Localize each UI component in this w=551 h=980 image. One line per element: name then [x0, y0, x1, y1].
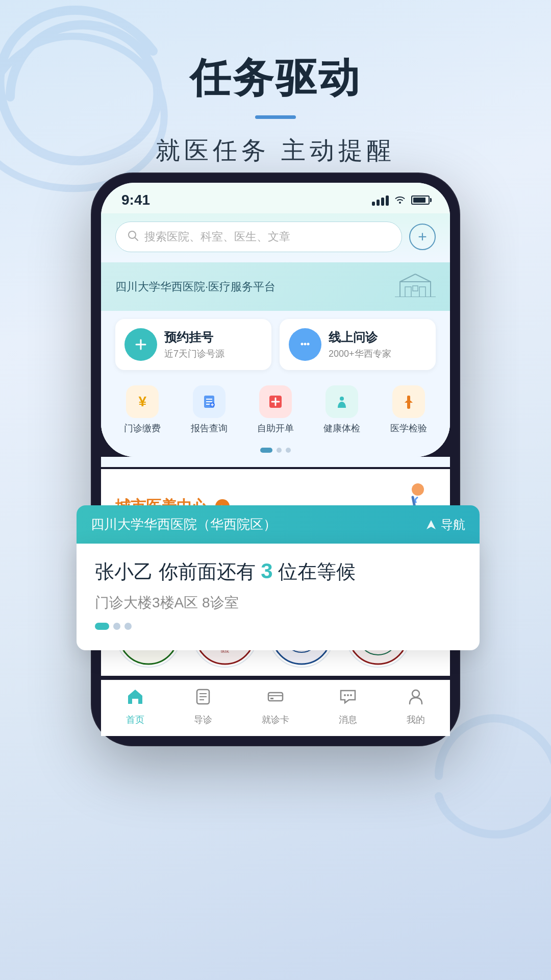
plus-icon: +: [418, 228, 427, 246]
nav-item-message[interactable]: 消息: [339, 688, 357, 726]
nav-item-mine[interactable]: 我的: [407, 688, 425, 726]
wifi-icon: [394, 194, 406, 206]
hospital-banner-name: 四川大学华西医院·医疗服务平台: [115, 279, 276, 295]
hospital-banner: 四川大学华西医院·医疗服务平台: [101, 262, 450, 311]
svg-point-60: [344, 694, 346, 696]
search-icon: [127, 230, 139, 244]
task-waiting-text: 张小乙 你前面还有 3 位在等候: [95, 559, 461, 585]
task-nav-button[interactable]: 导航: [425, 517, 465, 533]
task-card: 四川大学华西医院（华西院区） 导航 张小乙 你前面还有 3 位在等候 门诊大楼3…: [77, 505, 480, 650]
search-area: 搜索医院、科室、医生、文章 +: [101, 213, 450, 262]
quick-icon-health-check[interactable]: 健康体检: [323, 385, 360, 434]
svg-line-3: [400, 274, 415, 282]
service-cards: 预约挂号 近7天门诊号源 线上问诊 2000+华西专家: [101, 311, 450, 378]
status-icons: [372, 194, 430, 206]
health-check-icon: [325, 385, 358, 418]
phone-shell: 9:41: [92, 174, 459, 745]
nav-item-card[interactable]: 就诊卡: [262, 688, 289, 726]
page-subtitle: 就医任务 主动提醒: [0, 134, 551, 167]
quick-icon-report[interactable]: 报告查询: [191, 385, 228, 434]
svg-point-26: [340, 397, 344, 401]
page-header: 任务驱动 就医任务 主动提醒: [0, 0, 551, 167]
svg-point-63: [412, 690, 419, 697]
dot-1: [260, 448, 272, 453]
medical-test-icon: [392, 385, 425, 418]
pay-icon: ¥: [126, 385, 159, 418]
svg-point-61: [347, 694, 349, 696]
service-card-consult[interactable]: 线上问诊 2000+华西专家: [280, 319, 436, 370]
svg-rect-6: [419, 287, 425, 297]
quick-icons: ¥ 门诊缴费 报告查询 自助开单: [101, 378, 450, 444]
svg-point-13: [301, 343, 304, 346]
dot-3: [286, 448, 291, 453]
svg-point-15: [307, 343, 310, 346]
status-time: 9:41: [121, 192, 150, 208]
svg-line-1: [135, 238, 138, 241]
consult-text: 线上问诊 2000+华西专家: [329, 329, 391, 360]
svg-point-29: [412, 483, 424, 496]
bottom-nav: 首页 导诊 就诊卡 消: [101, 680, 450, 736]
page-title-main: 任务驱动: [0, 51, 551, 106]
svg-rect-59: [270, 698, 273, 699]
mine-icon: [407, 688, 425, 710]
home-icon: [126, 688, 144, 710]
phone-mockup: 9:41: [92, 174, 459, 745]
search-bar[interactable]: 搜索医院、科室、医生、文章: [115, 222, 402, 252]
message-icon: [339, 688, 357, 710]
appointment-icon: [124, 328, 157, 361]
search-placeholder: 搜索医院、科室、医生、文章: [144, 229, 290, 244]
search-plus-button[interactable]: +: [409, 224, 436, 250]
task-card-body: 张小乙 你前面还有 3 位在等候 门诊大楼3楼A区 8诊室: [77, 544, 480, 650]
task-location: 门诊大楼3楼A区 8诊室: [95, 593, 461, 612]
card-icon: [266, 688, 285, 710]
svg-rect-7: [413, 286, 418, 291]
svg-marker-28: [427, 520, 436, 529]
status-bar: 9:41: [101, 183, 450, 213]
pagination-dots: [101, 444, 450, 457]
svg-point-14: [304, 343, 307, 346]
task-hospital-name: 四川大学华西医院（华西院区）: [91, 516, 277, 533]
consult-icon: [289, 328, 321, 361]
page-title-divider: [255, 115, 296, 119]
quick-icon-medical-test[interactable]: 医学检验: [390, 385, 427, 434]
svg-rect-5: [405, 287, 411, 297]
quick-icon-pay[interactable]: ¥ 门诊缴费: [124, 385, 161, 434]
report-icon: [193, 385, 226, 418]
appointment-text: 预约挂号 近7天门诊号源: [164, 329, 224, 360]
svg-line-4: [415, 274, 431, 282]
svg-rect-57: [268, 693, 283, 701]
guide-icon: [194, 688, 212, 710]
svg-point-62: [350, 694, 352, 696]
dot-2: [277, 448, 282, 453]
svg-rect-52: [134, 699, 137, 704]
prescription-icon: [259, 385, 292, 418]
app-content: 搜索医院、科室、医生、文章 + 四川大学华西医院·医疗服务平台: [101, 213, 450, 457]
building-icon: [395, 272, 436, 302]
svg-rect-2: [400, 282, 431, 297]
signal-icon: [372, 194, 389, 206]
quick-icon-prescription[interactable]: 自助开单: [257, 385, 294, 434]
task-pagination: [95, 623, 461, 630]
nav-item-home[interactable]: 首页: [126, 688, 144, 726]
service-card-appointment[interactable]: 预约挂号 近7天门诊号源: [115, 319, 271, 370]
task-card-header: 四川大学华西医院（华西院区） 导航: [77, 505, 480, 544]
nav-item-guide[interactable]: 导诊: [194, 688, 212, 726]
battery-icon: [411, 195, 430, 205]
phone-inner: 9:41: [101, 183, 450, 457]
